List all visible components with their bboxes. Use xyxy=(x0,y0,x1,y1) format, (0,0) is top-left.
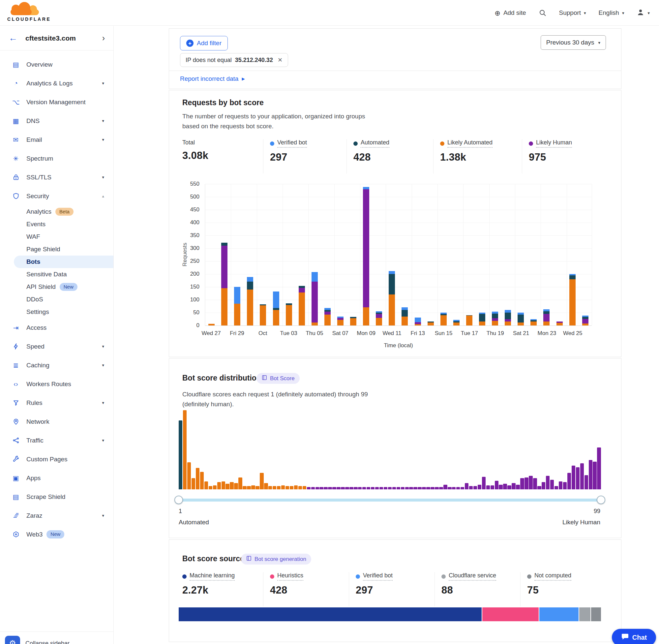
x-tick-label: Mon 09 xyxy=(357,330,376,337)
sidebar-subitem-bots[interactable]: Bots xyxy=(14,256,113,268)
stat-label[interactable]: Verified bot xyxy=(277,139,307,148)
bot-score-generation-badge[interactable]: Bot score generation xyxy=(241,554,311,565)
stat-label[interactable]: Verified bot xyxy=(363,572,393,581)
date-range-select[interactable]: Previous 30 days ▾ xyxy=(541,35,606,50)
sidebar-subitem-ddos[interactable]: DDoS xyxy=(0,293,113,306)
requests-chart[interactable]: Requests Time (local) 050100150200250300… xyxy=(169,179,621,354)
histogram-bar xyxy=(456,487,460,489)
gear-icon: ⚙ xyxy=(9,639,16,644)
card-title: Bot score source xyxy=(182,554,244,563)
x-tick-label: Oct xyxy=(258,330,267,337)
x-tick-label: Thu 19 xyxy=(487,330,504,337)
doc-icon xyxy=(246,555,252,563)
preferences-gear-button[interactable]: ⚙ xyxy=(5,636,20,644)
histogram-bar xyxy=(418,487,421,489)
sidebar-subitem-settings[interactable]: Settings xyxy=(0,306,113,318)
histogram-bar xyxy=(563,482,567,489)
search-icon[interactable] xyxy=(539,9,547,17)
histogram-bar xyxy=(294,485,298,489)
bar-slot xyxy=(579,184,592,325)
sidebar-item-rules[interactable]: Rules▾ xyxy=(0,393,113,412)
sidebar-item-access[interactable]: ⇥Access xyxy=(0,318,113,337)
sidebar-item-analytics-logs[interactable]: ◔Analytics & Logs▾ xyxy=(0,74,113,93)
histogram-bar xyxy=(524,478,528,489)
sidebar-item-label: Apps xyxy=(26,475,41,482)
language-menu[interactable]: English ▾ xyxy=(599,9,625,17)
score-slider-handle-max[interactable] xyxy=(597,496,605,504)
collapse-sidebar-button[interactable]: Collapse sidebar xyxy=(25,640,70,644)
y-tick-label: 450 xyxy=(169,206,199,213)
stat-label[interactable]: Machine learning xyxy=(190,572,235,581)
sidebar-item-overview[interactable]: ▤Overview xyxy=(0,55,113,74)
sidebar-item-network[interactable]: Network xyxy=(0,412,113,431)
stacked-bar xyxy=(453,320,460,325)
card-title: Requests by bot score xyxy=(182,98,264,107)
add-filter-button[interactable]: + Add filter xyxy=(180,36,228,50)
sidebar-subitem-api-shield[interactable]: API ShieldNew xyxy=(0,281,113,293)
chevron-right-icon[interactable]: › xyxy=(102,33,105,43)
sidebar-subitem-page-shield[interactable]: Page Shield xyxy=(0,243,113,256)
plus-circle-icon: ⊕ xyxy=(494,9,500,17)
histogram-bar xyxy=(204,481,208,489)
source-stats-row: Machine learning2.27kHeuristics428Verifi… xyxy=(182,572,608,606)
sidebar-item-spectrum[interactable]: ✳Spectrum xyxy=(0,149,113,168)
sidebar-item-label: Web3 xyxy=(26,531,43,538)
sidebar-subitem-sensitive-data[interactable]: Sensitive Data xyxy=(0,268,113,281)
plus-icon: + xyxy=(186,40,193,47)
user-menu[interactable]: ▾ xyxy=(637,8,650,18)
remove-filter-icon[interactable]: ✕ xyxy=(278,56,283,64)
histogram-bar xyxy=(473,486,477,489)
sidebar-item-dns[interactable]: ▦DNS▾ xyxy=(0,112,113,130)
sidebar-item-label: Access xyxy=(26,324,46,331)
sidebar-subitem-waf[interactable]: WAF xyxy=(0,230,113,243)
sidebar-subitem-label: DDoS xyxy=(26,296,43,303)
bot-score-histogram[interactable] xyxy=(179,410,601,489)
bar-segment-likely-human xyxy=(582,319,588,323)
bot-score-docs-badge[interactable]: Bot Score xyxy=(257,373,300,384)
histogram-bar xyxy=(414,487,417,489)
doc-icon xyxy=(261,374,267,382)
stacked-bar xyxy=(582,316,588,325)
score-slider-track[interactable] xyxy=(179,499,601,502)
sidebar-item-custom-pages[interactable]: Custom Pages xyxy=(0,450,113,468)
chat-button[interactable]: Chat xyxy=(612,629,656,644)
chat-icon xyxy=(621,633,629,642)
sidebar-item-security[interactable]: Security▴ xyxy=(0,187,113,205)
sidebar-subitem-label: Settings xyxy=(26,308,49,316)
bar-segment-likely-automated xyxy=(466,316,472,325)
sidebar-item-caching[interactable]: ≣Caching▾ xyxy=(0,356,113,374)
sidebar-item-web3[interactable]: Web3New xyxy=(0,525,113,544)
sidebar-item-scrape-shield[interactable]: ▤Scrape Shield xyxy=(0,487,113,506)
stacked-bar xyxy=(531,319,537,325)
stat-label[interactable]: Automated xyxy=(361,139,389,148)
histogram-bar xyxy=(593,462,596,489)
stat-label[interactable]: Likely Human xyxy=(536,139,572,148)
back-button[interactable]: ← xyxy=(8,33,18,43)
histogram-bar xyxy=(243,486,246,489)
sidebar-item-traffic[interactable]: Traffic▾ xyxy=(0,431,113,450)
source-stacked-bar[interactable] xyxy=(179,607,601,621)
sidebar-item-speed[interactable]: Speed▾ xyxy=(0,337,113,356)
sidebar-item-email[interactable]: ✉Email▾ xyxy=(0,130,113,149)
score-slider-handle-min[interactable] xyxy=(174,496,183,504)
stat-label[interactable]: Cloudflare service xyxy=(449,572,496,581)
bar-slot xyxy=(231,184,244,325)
sidebar-item-version-management[interactable]: ⌥Version Management xyxy=(0,93,113,112)
stat-label[interactable]: Heuristics xyxy=(277,572,303,581)
chevron-down-icon: ▾ xyxy=(598,40,600,45)
sidebar-item-apps[interactable]: ▣Apps xyxy=(0,468,113,487)
stat-label[interactable]: Not computed xyxy=(534,572,571,581)
histogram-bar xyxy=(320,487,323,489)
report-incorrect-data-link[interactable]: Report incorrect data ▶ xyxy=(180,75,245,83)
sidebar-item-ssl-tls[interactable]: SSL/TLS▾ xyxy=(0,168,113,187)
sidebar-item-workers-routes[interactable]: ‹›Workers Routes xyxy=(0,374,113,393)
histogram-bar xyxy=(375,487,379,489)
stat-label[interactable]: Likely Automated xyxy=(447,139,493,148)
histogram-bar xyxy=(187,462,191,489)
support-menu[interactable]: Support ▾ xyxy=(559,9,586,17)
bar-segment-likely-human xyxy=(505,319,511,322)
sidebar-subitem-analytics[interactable]: AnalyticsBeta xyxy=(0,205,113,218)
sidebar-item-zaraz[interactable]: Zaraz▾ xyxy=(0,506,113,525)
add-site-button[interactable]: ⊕ Add site xyxy=(494,9,526,17)
sidebar-subitem-events[interactable]: Events xyxy=(0,218,113,230)
